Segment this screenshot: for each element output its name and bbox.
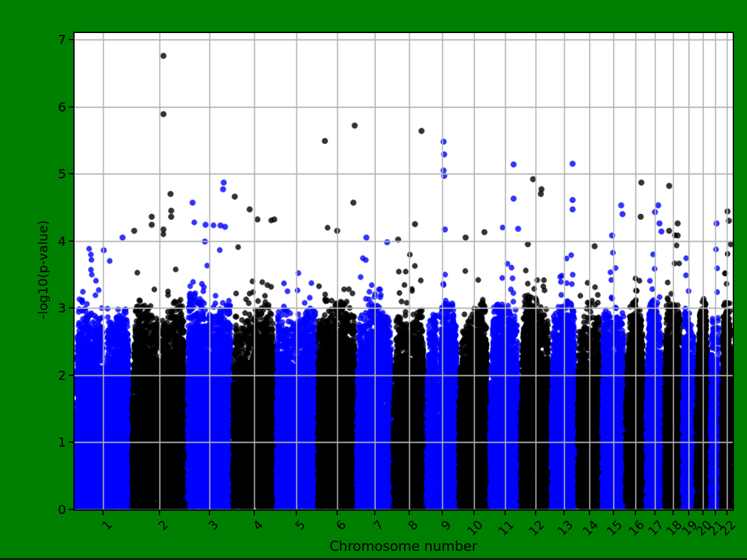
y-tick-mark <box>69 509 74 510</box>
y-tick-label: 1 <box>38 434 66 450</box>
x-tick-mark <box>702 511 704 515</box>
x-tick-mark <box>504 511 506 515</box>
x-tick-mark <box>296 511 297 515</box>
y-tick-mark <box>69 173 74 174</box>
x-tick-mark <box>102 511 104 515</box>
y-tick-mark <box>69 441 74 443</box>
x-tick-mark <box>442 511 443 515</box>
x-tick-mark <box>613 511 614 515</box>
y-tick-label: 7 <box>38 31 66 48</box>
x-tick-mark <box>563 511 565 515</box>
x-tick-mark <box>589 511 590 515</box>
y-tick-label: 5 <box>38 165 66 182</box>
x-tick-mark <box>726 511 728 515</box>
x-tick-label: 2 <box>124 517 171 560</box>
y-axis-label: -log10(p-value) <box>35 172 51 367</box>
x-tick-mark <box>159 511 160 515</box>
y-tick-label: 2 <box>38 367 66 384</box>
x-tick-mark <box>254 511 255 515</box>
x-tick-mark <box>715 511 716 515</box>
x-tick-mark <box>654 511 656 515</box>
x-tick-label: 4 <box>219 517 265 560</box>
x-tick-mark <box>535 511 536 515</box>
y-tick-label: 6 <box>38 99 66 115</box>
plot-area <box>73 32 734 511</box>
x-tick-mark <box>635 511 636 515</box>
x-tick-mark <box>473 511 475 515</box>
y-tick-label: 4 <box>38 233 66 250</box>
x-tick-mark <box>409 511 410 515</box>
manhattan-scatter-canvas <box>75 33 733 509</box>
y-tick-mark <box>69 375 74 376</box>
y-tick-mark <box>69 106 74 108</box>
y-tick-label: 0 <box>38 501 66 518</box>
manhattan-plot-figure: Chromosome number -log10(p-value) 012345… <box>0 0 747 560</box>
x-tick-mark <box>209 511 210 515</box>
y-tick-mark <box>69 39 74 40</box>
y-tick-mark <box>69 240 74 242</box>
x-tick-label: 3 <box>174 517 221 560</box>
x-tick-mark <box>688 511 689 515</box>
y-tick-label: 3 <box>38 299 66 316</box>
x-tick-mark <box>672 511 674 515</box>
x-tick-mark <box>337 511 338 515</box>
x-tick-mark <box>374 511 375 515</box>
x-tick-label: 1 <box>67 517 114 560</box>
y-tick-mark <box>69 307 74 309</box>
